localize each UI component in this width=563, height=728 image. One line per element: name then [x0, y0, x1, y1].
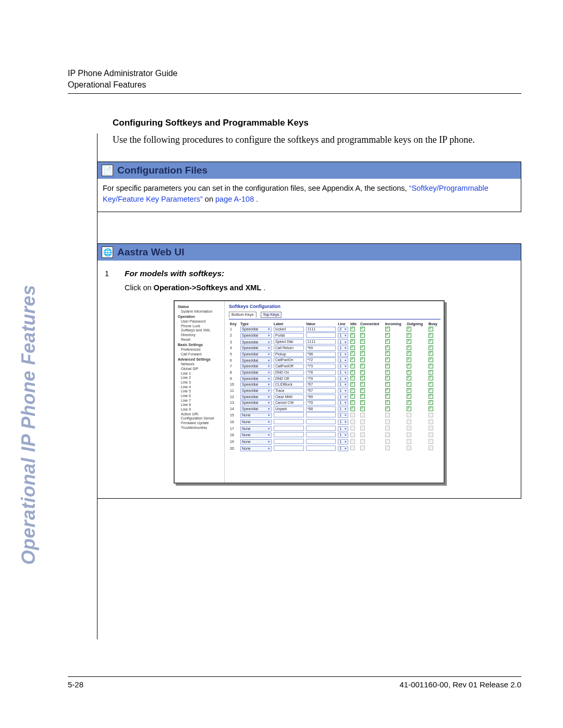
value-input[interactable]: *70 [306, 400, 336, 405]
state-checkbox[interactable] [385, 400, 390, 405]
state-checkbox[interactable] [407, 426, 411, 430]
state-checkbox[interactable] [360, 382, 365, 387]
label-input[interactable] [274, 412, 304, 417]
state-checkbox[interactable] [407, 419, 411, 424]
shot-side-item[interactable]: Action URI [181, 412, 222, 416]
shot-side-item[interactable]: Line 5 [181, 389, 222, 393]
shot-side-item[interactable]: Line 9 [181, 408, 222, 412]
state-checkbox[interactable] [407, 413, 411, 417]
shot-side-item[interactable]: Line 1 [181, 372, 222, 376]
state-checkbox[interactable] [350, 376, 355, 380]
line-select[interactable]: 1▾ [338, 394, 348, 400]
value-input[interactable] [306, 446, 336, 451]
shot-side-item[interactable]: Directory [181, 333, 222, 337]
state-checkbox[interactable] [407, 400, 411, 405]
value-input[interactable] [306, 412, 336, 417]
line-select[interactable]: 1▾ [338, 388, 348, 393]
value-input[interactable]: 1111 [306, 327, 336, 332]
type-select[interactable]: Speeddial▾ [240, 364, 272, 369]
tab-bottom-keys[interactable]: Bottom Keys [229, 312, 256, 318]
state-checkbox[interactable] [429, 400, 433, 405]
type-select[interactable]: None▾ [240, 419, 272, 425]
value-input[interactable]: *67 [306, 382, 336, 387]
type-select[interactable]: Speeddial▾ [240, 346, 272, 351]
state-checkbox[interactable] [429, 357, 433, 362]
label-input[interactable]: DND On [274, 370, 304, 375]
type-select[interactable]: Speeddial▾ [240, 376, 272, 381]
type-select[interactable]: Speeddial▾ [240, 352, 272, 357]
state-checkbox[interactable] [429, 419, 433, 424]
state-checkbox[interactable] [350, 413, 355, 417]
state-checkbox[interactable] [429, 382, 433, 387]
state-checkbox[interactable] [385, 394, 390, 399]
line-select[interactable]: 1▾ [338, 406, 348, 412]
value-input[interactable]: *72 [306, 357, 336, 363]
state-checkbox[interactable] [350, 400, 355, 405]
shot-side-item[interactable]: Call Forward [181, 352, 222, 356]
state-checkbox[interactable] [360, 376, 365, 380]
value-input[interactable]: *78 [306, 370, 336, 375]
value-input[interactable] [306, 332, 336, 338]
type-select[interactable]: Speeddial▾ [240, 357, 272, 363]
state-checkbox[interactable] [360, 351, 365, 356]
label-input[interactable] [274, 439, 304, 444]
state-checkbox[interactable] [429, 351, 433, 356]
state-checkbox[interactable] [385, 370, 390, 375]
state-checkbox[interactable] [360, 406, 365, 411]
state-checkbox[interactable] [429, 376, 433, 380]
state-checkbox[interactable] [350, 351, 355, 356]
type-select[interactable]: Speeddial▾ [240, 333, 272, 338]
line-select[interactable]: 1▾ [338, 339, 348, 344]
type-select[interactable]: Speeddial▾ [240, 339, 272, 344]
shot-side-item[interactable]: Reset [181, 338, 222, 342]
line-select[interactable]: 1▾ [338, 370, 348, 375]
state-checkbox[interactable] [385, 346, 390, 350]
state-checkbox[interactable] [407, 439, 411, 444]
state-checkbox[interactable] [360, 394, 365, 399]
state-checkbox[interactable] [360, 446, 365, 450]
value-input[interactable] [306, 432, 336, 437]
state-checkbox[interactable] [407, 346, 411, 350]
state-checkbox[interactable] [360, 327, 365, 331]
state-checkbox[interactable] [429, 426, 433, 430]
state-checkbox[interactable] [350, 433, 355, 437]
shot-side-item[interactable]: Network [181, 362, 222, 366]
state-checkbox[interactable] [350, 446, 355, 450]
label-input[interactable] [274, 446, 304, 451]
state-checkbox[interactable] [360, 419, 365, 424]
shot-side-item[interactable]: Softkeys and XML [181, 328, 222, 332]
state-checkbox[interactable] [407, 406, 411, 411]
state-checkbox[interactable] [429, 433, 433, 437]
state-checkbox[interactable] [350, 339, 355, 344]
shot-side-item[interactable]: System Information [181, 310, 222, 314]
state-checkbox[interactable] [429, 370, 433, 375]
value-input[interactable] [306, 419, 336, 424]
state-checkbox[interactable] [407, 370, 411, 375]
label-input[interactable]: CallFwdOn [274, 357, 304, 363]
label-input[interactable]: Speed Dial [274, 339, 304, 344]
shot-side-item[interactable]: Line 8 [181, 403, 222, 407]
label-input[interactable]: Unpark [274, 406, 304, 412]
line-select[interactable]: 1▾ [338, 376, 348, 381]
state-checkbox[interactable] [360, 413, 365, 417]
state-checkbox[interactable] [407, 388, 411, 393]
state-checkbox[interactable] [360, 439, 365, 444]
label-input[interactable] [274, 419, 304, 424]
value-input[interactable]: *79 [306, 376, 336, 381]
state-checkbox[interactable] [360, 388, 365, 393]
state-checkbox[interactable] [385, 351, 390, 356]
state-checkbox[interactable] [407, 339, 411, 344]
shot-side-item[interactable]: Line 3 [181, 380, 222, 385]
shot-side-item[interactable]: Configuration Server [181, 416, 222, 421]
state-checkbox[interactable] [350, 364, 355, 368]
label-input[interactable]: Pickup [274, 352, 304, 357]
state-checkbox[interactable] [360, 357, 365, 362]
shot-side-item[interactable]: Line 6 [181, 394, 222, 398]
value-input[interactable] [306, 426, 336, 431]
type-select[interactable]: None▾ [240, 439, 272, 445]
state-checkbox[interactable] [429, 413, 433, 417]
shot-side-item[interactable]: Line 7 [181, 399, 222, 403]
state-checkbox[interactable] [429, 339, 433, 344]
state-checkbox[interactable] [360, 400, 365, 405]
state-checkbox[interactable] [429, 333, 433, 338]
